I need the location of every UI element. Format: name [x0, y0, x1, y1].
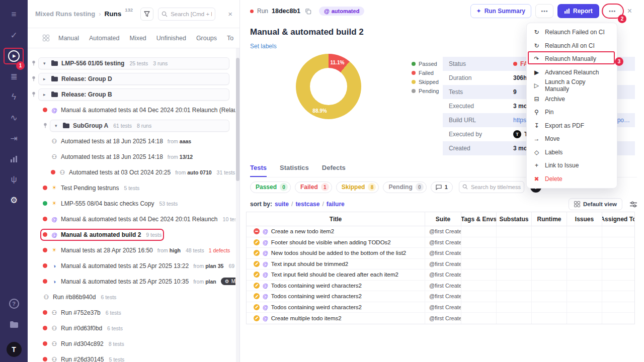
- menu-item-advanced-relaunch[interactable]: ▶Advanced Relaunch: [527, 66, 617, 79]
- menu-item-move[interactable]: →Move: [527, 132, 617, 146]
- view-selector[interactable]: Default view: [569, 198, 622, 210]
- tab-statistics[interactable]: Statistics: [280, 164, 309, 177]
- run-summary-button[interactable]: ✦Run Summary: [470, 4, 531, 18]
- breadcrumb-project[interactable]: Mixed Runs testing: [35, 10, 95, 18]
- pulse-icon[interactable]: ϟ: [7, 89, 22, 105]
- menu-item-link-to-issue[interactable]: +Link to Issue: [527, 159, 617, 172]
- docs-folder-icon[interactable]: [7, 317, 22, 332]
- automated-test-icon: @: [263, 261, 268, 267]
- pin-icon[interactable]: [31, 92, 36, 97]
- run-list-item[interactable]: Manual & automated tests at 04 Dec 2024 …: [28, 211, 235, 227]
- run-list-item[interactable]: Automated tests at 18 Jun 2025 14:18 fro…: [28, 149, 235, 164]
- test-row[interactable]: @ Todos containing weird characters2 @fi…: [247, 302, 634, 313]
- run-filter-tab[interactable]: To: [227, 35, 233, 42]
- chevron-icon[interactable]: [43, 76, 48, 81]
- menu-item-launch-copy-manually[interactable]: ▷Launch a Copy Manually: [527, 79, 617, 93]
- run-list-item[interactable]: Manual & automated tests at 04 Dec 2024 …: [28, 102, 235, 118]
- chevron-icon[interactable]: [43, 92, 48, 97]
- comments-filter-chip[interactable]: 1: [431, 182, 453, 193]
- set-labels-link[interactable]: Set labels: [250, 43, 277, 50]
- menu-item-pin[interactable]: ⚲Pin: [527, 106, 617, 119]
- run-filter-tab[interactable]: Groups: [196, 35, 217, 42]
- filter-funnel-button[interactable]: [140, 8, 153, 21]
- run-list-item[interactable]: Run #0d63f0bd from 6 tests ⚙: [28, 320, 235, 336]
- pin-icon[interactable]: [43, 123, 48, 128]
- runs-list-icon[interactable]: ≣: [7, 69, 22, 84]
- column-header[interactable]: Issues: [567, 212, 602, 226]
- run-filter-tab[interactable]: Mixed: [129, 35, 146, 42]
- branch-icon[interactable]: ψ: [7, 172, 22, 187]
- tests-search-input[interactable]: [459, 181, 524, 193]
- sort-by-failure-link[interactable]: failure: [327, 201, 345, 208]
- test-row[interactable]: @ Todos containing weird characters2 @fi…: [247, 291, 634, 302]
- run-filter-tab[interactable]: Unfinished: [156, 35, 186, 42]
- test-row[interactable]: @ Text input field should be cleared aft…: [247, 269, 634, 281]
- run-list-item[interactable]: Manual tests at 28 Apr 2025 16:50 fromhi…: [28, 242, 235, 258]
- run-list-item[interactable]: LMP-555 08/04 basic checks Copy from 53 …: [28, 196, 235, 211]
- sort-by-testcase-link[interactable]: testcase: [295, 201, 319, 208]
- run-filter-tab[interactable]: Automated: [89, 35, 119, 42]
- run-list-item[interactable]: Release: Group D from ⚙: [28, 71, 235, 86]
- run-filter-tab[interactable]: Manual: [58, 35, 79, 42]
- status-filter-chip[interactable]: Skipped 8: [336, 182, 379, 193]
- test-row[interactable]: @ Footer should be visible when adding T…: [247, 237, 634, 248]
- menu-item-delete[interactable]: ✖Delete: [527, 172, 617, 186]
- run-list-item[interactable]: Run #d304c892 from 8 tests ⚙: [28, 336, 235, 351]
- column-header[interactable]: Assigned To: [602, 212, 634, 226]
- run-list-item[interactable]: Manual & automated tests at 25 Apr 2025 …: [28, 274, 235, 289]
- column-header[interactable]: Tags & Envs: [461, 212, 496, 226]
- run-list-item[interactable]: Manual & automated tests at 25 Apr 2025 …: [28, 258, 235, 274]
- status-filter-chip[interactable]: Passed 0: [250, 182, 291, 193]
- column-header[interactable]: Title: [247, 212, 425, 226]
- menu-item-relaunch-all-ci[interactable]: ↻Relaunch All on CI: [527, 39, 617, 53]
- run-list-item[interactable]: Release: Group B from ⚙: [28, 86, 235, 102]
- report-button[interactable]: Report: [557, 4, 599, 18]
- close-panel-icon[interactable]: ×: [226, 10, 234, 18]
- cell-tags-envs: [461, 313, 496, 324]
- test-row[interactable]: @ Todos containing weird characters2 @fi…: [247, 281, 634, 292]
- status-filter-chip[interactable]: Pending 0: [383, 182, 426, 193]
- scrollbar-thumb[interactable]: [236, 58, 239, 181]
- run-list-item[interactable]: Manual & automated build 2 from 9 tests …: [28, 227, 235, 242]
- test-row[interactable]: @ New todos should be added to the botto…: [247, 248, 634, 259]
- menu-item-export-pdf[interactable]: ↧Export as PDF: [527, 119, 617, 133]
- pin-icon[interactable]: [31, 76, 36, 81]
- help-icon[interactable]: ?: [7, 296, 22, 311]
- status-filter-chip[interactable]: Failed 1: [295, 182, 332, 193]
- run-list-item[interactable]: Run #752e37b from 6 tests ⚙: [28, 305, 235, 320]
- sort-by-suite-link[interactable]: suite: [275, 201, 289, 208]
- pin-icon[interactable]: [31, 60, 36, 66]
- menu-icon[interactable]: ≡: [7, 7, 22, 22]
- analytics-icon[interactable]: [7, 151, 22, 166]
- more-actions-button-secondary[interactable]: ⋯: [535, 4, 553, 18]
- column-header[interactable]: Suite: [425, 212, 461, 226]
- export-icon[interactable]: ⇥: [7, 131, 22, 146]
- test-row[interactable]: @ Create a new todo item2 @first Create …: [247, 226, 634, 237]
- column-header[interactable]: Substatus: [496, 212, 531, 226]
- run-list-item[interactable]: Run #26d30145 from 5 tests ⚙: [28, 351, 235, 362]
- run-list-item[interactable]: Run #b86b940d from 6 tests ⚙: [28, 289, 235, 305]
- chevron-icon[interactable]: [55, 123, 60, 128]
- check-icon[interactable]: ✓: [7, 28, 22, 43]
- copy-icon[interactable]: [305, 8, 311, 15]
- test-row[interactable]: @ Create multiple todo items2 @first Cre…: [247, 313, 634, 324]
- run-list-item[interactable]: Automated tests at 03 Oct 2024 20:25 fro…: [28, 164, 235, 180]
- adjust-columns-button[interactable]: [630, 201, 637, 208]
- menu-item-relaunch-failed-ci[interactable]: ↻Relaunch Failed on CI: [527, 26, 617, 39]
- chevron-icon[interactable]: [43, 61, 48, 66]
- close-run-icon[interactable]: ×: [627, 7, 632, 16]
- column-header[interactable]: Runtime: [531, 212, 567, 226]
- tab-defects[interactable]: Defects: [322, 164, 346, 177]
- menu-item-labels[interactable]: ◇Labels: [527, 146, 617, 159]
- settings-gear-icon[interactable]: ⚙: [7, 193, 22, 208]
- user-avatar[interactable]: T: [7, 342, 22, 357]
- run-list-item[interactable]: LMP-556 01/05 testing from 25 tests 3 ru…: [28, 55, 235, 71]
- tab-tests[interactable]: Tests: [250, 164, 267, 177]
- run-list-item[interactable]: Automated tests at 18 Jun 2025 14:18 fro…: [28, 133, 235, 149]
- test-row[interactable]: @ Text input should be trimmed2 @first C…: [247, 259, 634, 270]
- menu-item-archive[interactable]: ⊟Archive: [527, 93, 617, 106]
- run-list-item[interactable]: SubGroup A from 61 tests 8 runs ⚙: [28, 118, 235, 133]
- menu-item-relaunch-manually[interactable]: ↷Relaunch Manually: [527, 52, 617, 66]
- activity-wave-icon[interactable]: ∿: [7, 110, 22, 125]
- run-list-item[interactable]: Test Pending testruns from 5 tests ⚙: [28, 180, 235, 196]
